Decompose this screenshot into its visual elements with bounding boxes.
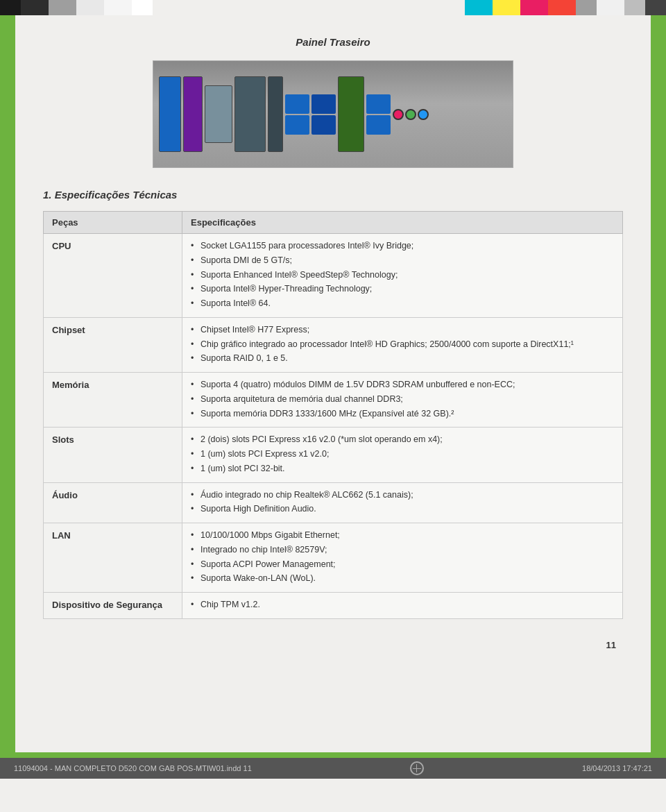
- spec-item: 1 (um) slot PCI 32-bit.: [191, 462, 614, 475]
- color-strip-top: [0, 0, 666, 15]
- table-row: Dispositivo de SegurançaChip TPM v1.2.: [44, 593, 623, 619]
- spec-item: Chipset Intel® H77 Express;: [191, 323, 614, 337]
- spec-item: Suporta High Definition Audio.: [191, 502, 614, 516]
- spec-item: Suporta memória DDR3 1333/1600 MHz (Expa…: [191, 407, 614, 421]
- spec-item: Socket LGA1155 para processadores Intel®…: [191, 239, 614, 253]
- bottom-green-bar: [0, 752, 666, 758]
- spec-item: Áudio integrado no chip Realtek® ALC662 …: [191, 489, 614, 502]
- footer-center: [410, 761, 424, 775]
- spec-item: 1 (um) slots PCI Express x1 v2.0;: [191, 448, 614, 461]
- left-green-bar: [0, 15, 15, 779]
- spec-item: Chip gráfico integrado ao processador In…: [191, 338, 614, 351]
- section-title: Painel Traseiro: [43, 36, 623, 48]
- spec-item: Suporta RAID 0, 1 e 5.: [191, 352, 614, 365]
- spec-item: Suporta Enhanced Intel® SpeedStep® Techn…: [191, 269, 614, 282]
- table-row: ÁudioÁudio integrado no chip Realtek® AL…: [44, 482, 623, 523]
- crosshair-icon: [410, 761, 424, 775]
- part-name: Memória: [44, 373, 182, 428]
- footer-right: 18/04/2013 17:47:21: [582, 764, 652, 772]
- spec-item: Suporta arquitetura de memória dual chan…: [191, 393, 614, 406]
- part-name: Dispositivo de Segurança: [44, 593, 182, 619]
- spec-item: 10/100/1000 Mbps Gigabit Ethernet;: [191, 529, 614, 542]
- part-name: LAN: [44, 523, 182, 593]
- part-name: Áudio: [44, 482, 182, 523]
- table-row: Slots2 (dois) slots PCI Express x16 v2.0…: [44, 428, 623, 482]
- table-row: ChipsetChipset Intel® H77 Express;Chip g…: [44, 317, 623, 372]
- spec-detail: 10/100/1000 Mbps Gigabit Ethernet;Integr…: [182, 523, 623, 593]
- part-name: Slots: [44, 428, 182, 482]
- spec-detail: Socket LGA1155 para processadores Intel®…: [182, 234, 623, 318]
- spec-item: Suporta Intel® 64.: [191, 297, 614, 310]
- table-row: CPUSocket LGA1155 para processadores Int…: [44, 234, 623, 318]
- spec-item: Suporta 4 (quatro) módulos DIMM de 1.5V …: [191, 378, 614, 391]
- spec-item: Integrado no chip Intel® 82579V;: [191, 543, 614, 557]
- footer-left: 11094004 - MAN COMPLETO D520 COM GAB POS…: [14, 764, 252, 772]
- spec-item: Suporta Intel® Hyper-Threading Technolog…: [191, 282, 614, 296]
- spec-detail: 2 (dois) slots PCI Express x16 v2.0 (*um…: [182, 428, 623, 482]
- right-green-bar: [651, 15, 666, 779]
- part-name: CPU: [44, 234, 182, 318]
- spec-item: 2 (dois) slots PCI Express x16 v2.0 (*um…: [191, 433, 614, 446]
- spec-table: Peças Especificações CPUSocket LGA1155 p…: [43, 211, 623, 619]
- spec-detail: Suporta 4 (quatro) módulos DIMM de 1.5V …: [182, 373, 623, 428]
- table-row: MemóriaSuporta 4 (quatro) módulos DIMM d…: [44, 373, 623, 428]
- spec-detail: Áudio integrado no chip Realtek® ALC662 …: [182, 482, 623, 523]
- page-wrapper: Painel Traseiro: [0, 15, 666, 779]
- spec-item: Suporta ACPI Power Management;: [191, 558, 614, 571]
- spec-item: Chip TPM v1.2.: [191, 598, 614, 611]
- page-number: 11: [43, 640, 623, 650]
- spec-detail: Chip TPM v1.2.: [182, 593, 623, 619]
- rear-panel-image: [153, 60, 513, 168]
- spec-item: Suporta DMI de 5 GT/s;: [191, 254, 614, 267]
- spec-item: Suporta Wake-on-LAN (WoL).: [191, 572, 614, 585]
- main-content: Painel Traseiro: [15, 15, 651, 692]
- footer-bar: 11094004 - MAN COMPLETO D520 COM GAB POS…: [0, 758, 666, 779]
- col-header-specs: Especificações: [182, 212, 623, 234]
- table-row: LAN10/100/1000 Mbps Gigabit Ethernet;Int…: [44, 523, 623, 593]
- spec-detail: Chipset Intel® H77 Express;Chip gráfico …: [182, 317, 623, 372]
- spec-section-title: 1. Especificações Técnicas: [43, 189, 623, 201]
- col-header-parts: Peças: [44, 212, 182, 234]
- part-name: Chipset: [44, 317, 182, 372]
